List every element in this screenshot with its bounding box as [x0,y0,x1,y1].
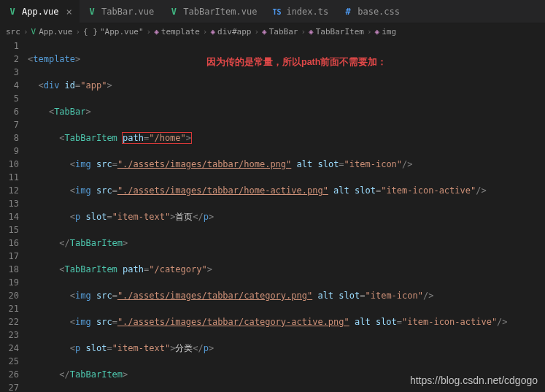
tab-base-css[interactable]: # base.css [336,0,407,23]
breadcrumb-item[interactable]: "App.vue" [100,27,144,36]
vue-icon: V [87,7,97,17]
vue-icon: V [169,7,179,17]
vue-icon: V [7,7,18,17]
breadcrumb-item[interactable]: img [382,27,396,36]
cube-icon: ◈ [154,27,159,36]
cube-icon: ◈ [262,27,267,36]
tab-label: App.vue [22,7,59,17]
tab-label: TabBar.vue [101,7,154,17]
ts-icon: TS [271,7,282,17]
breadcrumb-item[interactable]: TabBarItem [316,27,364,36]
tab-index-ts[interactable]: TS index.ts [264,0,336,23]
breadcrumb-item[interactable]: src [6,27,20,36]
vue-icon: V [31,27,36,36]
breadcrumb-item[interactable]: div#app [217,27,251,36]
tab-label: index.ts [286,7,328,17]
cube-icon: ◈ [375,27,380,36]
editor-tabs: V App.vue × V TabBar.vue V TabBarItem.vu… [0,0,545,23]
braces-icon: { } [83,27,98,36]
tab-label: TabBarItem.vue [183,7,257,17]
code-area[interactable]: <template> <div id="app"> <TabBar> <TabB… [28,39,545,392]
tab-label: base.css [357,7,400,17]
breadcrumb-item[interactable]: template [161,27,200,36]
css-icon: # [343,7,353,17]
breadcrumb: src› VApp.vue› { }"App.vue"› ◈template› … [0,23,545,39]
breadcrumb-item[interactable]: App.vue [39,27,72,36]
breadcrumb-item[interactable]: TabBar [269,27,298,36]
close-icon[interactable]: × [66,6,72,18]
code-editor[interactable]: 1234567891011121314151617181920212223242… [0,39,545,392]
line-gutter: 1234567891011121314151617181920212223242… [0,39,28,392]
tab-app-vue[interactable]: V App.vue × [0,0,80,23]
tab-tabbaritem-vue[interactable]: V TabBarItem.vue [161,0,264,23]
cube-icon: ◈ [309,27,314,36]
annotation-text: 因为传的是常量，所以path前面不需要加： [206,56,387,69]
tab-tabbar-vue[interactable]: V TabBar.vue [80,0,161,23]
cube-icon: ◈ [210,27,215,36]
watermark: https://blog.csdn.net/cdgogo [410,374,538,386]
